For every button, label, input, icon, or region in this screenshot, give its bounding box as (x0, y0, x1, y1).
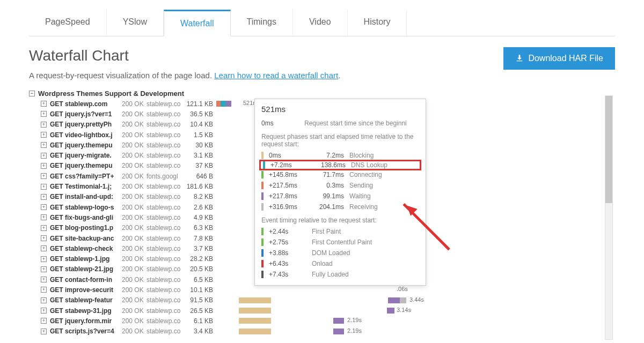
table-row[interactable]: +GET stablewp-featur200 OKstablewp.co91.… (29, 295, 615, 305)
request-size: 26.5 KB (186, 307, 216, 315)
tab-waterfall[interactable]: Waterfall (164, 10, 231, 36)
request-size: 30 KB (186, 141, 216, 149)
request-domain: stablewp.co (147, 224, 186, 232)
tab-pagespeed[interactable]: PageSpeed (29, 10, 107, 36)
expand-icon[interactable]: + (41, 308, 47, 314)
request-name: GET stablewp-featur (47, 296, 122, 304)
request-size: 36.5 KB (186, 110, 216, 118)
request-size: 10.1 KB (186, 286, 216, 294)
request-domain: fonts.googl (147, 173, 186, 180)
request-name: GET fix-bugs-and-gli (47, 214, 122, 221)
tab-timings[interactable]: Timings (231, 10, 293, 36)
expand-icon[interactable]: + (41, 214, 47, 220)
table-row[interactable]: +GET scripts.js?ver=4200 OKstablewp.co3.… (29, 326, 615, 337)
request-size: 2.6 KB (186, 204, 216, 211)
status-code: 200 OK (122, 152, 147, 159)
download-icon (515, 54, 524, 63)
request-name: GET jquery.js?ver=1 (47, 110, 122, 118)
expand-icon[interactable]: + (41, 266, 47, 272)
request-domain: stablewp.co (147, 162, 186, 169)
expand-icon[interactable]: + (41, 245, 47, 251)
tab-video[interactable]: Video (293, 10, 348, 36)
request-domain: stablewp.co (147, 307, 186, 315)
request-domain: stablewp.co (147, 255, 186, 263)
vertical-scrollbar[interactable] (605, 95, 613, 340)
request-name: GET blog-posting1.p (47, 224, 122, 232)
request-size: 6.3 KB (186, 224, 216, 232)
request-size: 6.5 KB (186, 276, 216, 284)
request-name: GET contact-form-in (47, 276, 122, 284)
expand-icon[interactable]: + (41, 287, 47, 293)
expand-icon[interactable]: + (41, 122, 47, 128)
request-name: GET scripts.js?ver=4 (47, 327, 122, 335)
expand-icon[interactable]: + (41, 111, 47, 117)
request-domain: stablewp.co (147, 193, 186, 200)
request-size: 4.9 KB (186, 214, 216, 221)
status-code: 200 OK (122, 327, 147, 335)
request-name: GET jquery-migrate. (47, 152, 122, 159)
request-domain: stablewp.co (147, 317, 186, 325)
table-row[interactable]: +GET jquery.form.mir200 OKstablewp.co6.1… (29, 316, 615, 326)
request-domain: stablewp.co (147, 214, 186, 221)
request-domain: stablewp.co (147, 204, 186, 211)
expand-icon[interactable]: + (41, 173, 47, 179)
request-size: 3.7 KB (186, 245, 216, 252)
status-code: 200 OK (122, 162, 147, 169)
expand-icon[interactable]: + (41, 142, 47, 148)
status-code: 200 OK (122, 255, 147, 263)
status-code: 200 OK (122, 173, 147, 180)
expand-icon[interactable]: + (41, 101, 47, 107)
request-domain: stablewp.co (147, 235, 186, 242)
request-domain: stablewp.co (147, 152, 186, 159)
expand-icon[interactable]: + (41, 225, 47, 231)
expand-icon[interactable]: + (41, 329, 47, 334)
tree-root[interactable]: − Wordpress Themes Support & Development (29, 90, 615, 98)
expand-icon[interactable]: + (41, 204, 47, 210)
request-domain: stablewp.co (147, 265, 186, 273)
request-name: GET stablewp-logo-s (47, 204, 122, 211)
learn-more-link[interactable]: Learn how to read a waterfall chart (214, 71, 338, 80)
table-row[interactable]: +GET improve-securit200 OKstablewp.co10.… (29, 285, 615, 295)
expand-icon[interactable]: + (41, 153, 47, 159)
tab-yslow[interactable]: YSlow (107, 10, 164, 36)
expand-icon[interactable]: + (41, 297, 47, 303)
status-code: 200 OK (122, 183, 147, 190)
request-size: 6.1 KB (186, 317, 216, 325)
request-size: 20.5 KB (186, 265, 216, 273)
request-domain: stablewp.co (147, 183, 186, 190)
expand-icon[interactable]: + (41, 184, 47, 190)
status-code: 200 OK (122, 245, 147, 252)
request-domain: stablewp.co (147, 245, 186, 252)
expand-icon[interactable]: + (41, 132, 47, 138)
request-size: 181.6 KB (186, 183, 216, 190)
scrollbar-thumb[interactable] (605, 96, 612, 203)
request-size: 8.2 KB (186, 193, 216, 200)
request-size: 3.4 KB (186, 327, 216, 335)
status-code: 200 OK (122, 193, 147, 200)
tab-bar: PageSpeedYSlowWaterfallTimingsVideoHisto… (29, 10, 615, 36)
status-code: 200 OK (122, 121, 147, 128)
request-size: 10.4 KB (186, 121, 216, 128)
request-domain: stablewp.co (147, 100, 186, 108)
collapse-icon[interactable]: − (29, 91, 35, 96)
expand-icon[interactable]: + (41, 235, 47, 241)
request-domain: stablewp.co (147, 286, 186, 294)
request-size: 646 B (186, 173, 216, 180)
status-code: 200 OK (122, 317, 147, 325)
status-code: 200 OK (122, 276, 147, 284)
waterfall-rows: +GET stablewp.com200 OKstablewp.co121.1 … (29, 99, 615, 337)
request-size: 7.8 KB (186, 235, 216, 242)
expand-icon[interactable]: + (41, 194, 47, 200)
table-row[interactable]: +GET stabewp-31.jpg200 OKstablewp.co26.5… (29, 305, 615, 316)
tab-history[interactable]: History (348, 10, 407, 36)
request-size: 91.5 KB (186, 296, 216, 304)
request-detail-tooltip: 521ms 0ms Request start time since the b… (254, 99, 426, 286)
expand-icon[interactable]: + (41, 163, 47, 169)
expand-icon[interactable]: + (41, 318, 47, 324)
request-name: GET jquery.prettyPh (47, 121, 122, 128)
download-har-button[interactable]: Download HAR File (503, 47, 615, 70)
request-size: 28.2 KB (186, 255, 216, 263)
expand-icon[interactable]: + (41, 277, 47, 282)
status-code: 200 OK (122, 141, 147, 149)
expand-icon[interactable]: + (41, 256, 47, 262)
